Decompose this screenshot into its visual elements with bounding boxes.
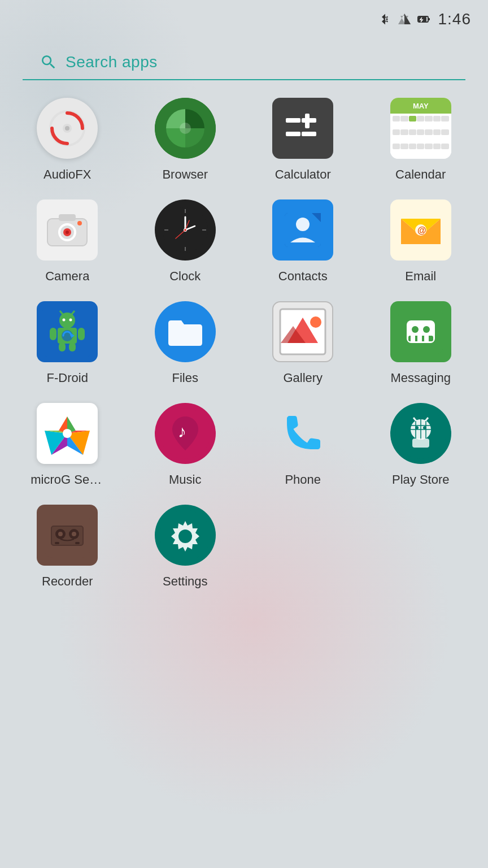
calculator-label: Calculator — [275, 167, 331, 182]
svg-rect-88 — [75, 542, 80, 544]
playstore-label: Play Store — [392, 472, 450, 487]
files-label: Files — [172, 371, 198, 385]
svg-text:♪: ♪ — [178, 422, 186, 441]
app-item-fdroid[interactable]: F-Droid — [11, 301, 124, 385]
fdroid-label: F-Droid — [47, 371, 88, 385]
svg-point-6 — [65, 126, 69, 131]
svg-point-78 — [423, 426, 426, 429]
app-item-recorder[interactable]: Recorder — [11, 504, 124, 589]
files-icon — [154, 301, 216, 363]
camera-label: Camera — [45, 269, 89, 284]
status-bar: 1:46 — [0, 0, 488, 34]
svg-rect-2 — [428, 18, 430, 20]
svg-rect-9 — [286, 118, 300, 123]
svg-marker-0 — [404, 14, 411, 24]
recorder-icon — [36, 504, 98, 566]
app-item-music[interactable]: ♪ Music — [129, 402, 242, 487]
svg-rect-87 — [55, 542, 59, 544]
svg-point-58 — [412, 326, 419, 333]
audiofx-label: AudioFX — [43, 167, 91, 182]
messaging-icon — [390, 301, 452, 363]
svg-text:@: @ — [417, 225, 426, 235]
svg-point-42 — [63, 319, 66, 322]
status-icons — [378, 12, 430, 26]
phone-label: Phone — [285, 472, 321, 487]
svg-point-84 — [58, 532, 63, 536]
app-item-microg[interactable]: microG Sett... — [11, 402, 124, 487]
app-item-browser[interactable]: Browser — [129, 97, 242, 182]
audiofx-icon — [36, 97, 98, 159]
calendar-label: Calendar — [395, 167, 446, 182]
svg-point-32 — [184, 229, 186, 231]
svg-rect-13 — [302, 132, 316, 136]
clock-icon — [154, 199, 216, 261]
svg-point-86 — [72, 532, 76, 536]
playstore-icon — [390, 402, 452, 465]
search-bar[interactable]: Search apps — [23, 45, 465, 80]
app-item-messaging[interactable]: Messaging — [365, 301, 477, 385]
svg-point-39 — [59, 313, 75, 328]
svg-point-8 — [180, 123, 191, 134]
contacts-icon — [272, 199, 334, 261]
svg-rect-47 — [59, 342, 66, 351]
app-item-calendar[interactable]: MAY — [365, 97, 477, 182]
svg-point-65 — [63, 429, 72, 438]
phone-icon — [272, 402, 334, 465]
app-item-camera[interactable]: Camera — [11, 199, 124, 284]
app-item-audiofx[interactable]: AudioFX — [11, 97, 124, 182]
app-item-files[interactable]: Files — [129, 301, 242, 385]
clock-label: Clock — [169, 269, 201, 284]
svg-rect-45 — [50, 328, 56, 340]
svg-rect-11 — [302, 118, 316, 123]
settings-icon — [154, 504, 216, 566]
gallery-label: Gallery — [283, 371, 323, 385]
music-label: Music — [169, 472, 201, 487]
search-icon — [40, 53, 58, 71]
svg-point-59 — [423, 326, 430, 333]
app-item-contacts[interactable]: Contacts — [247, 199, 359, 284]
app-grid: AudioFX Browser — [0, 80, 488, 606]
microg-label: microG Sett... — [30, 472, 104, 487]
svg-point-35 — [296, 218, 310, 231]
svg-rect-3 — [419, 17, 426, 21]
svg-rect-62 — [417, 336, 422, 341]
microg-icon — [36, 402, 98, 465]
svg-point-77 — [415, 426, 419, 429]
search-placeholder: Search apps — [66, 53, 158, 71]
svg-point-20 — [66, 231, 69, 234]
app-item-gallery[interactable]: Gallery — [247, 301, 359, 385]
svg-point-21 — [77, 221, 82, 225]
svg-point-55 — [310, 316, 321, 328]
app-item-phone[interactable]: Phone — [247, 402, 359, 487]
app-item-calculator[interactable]: Calculator — [247, 97, 359, 182]
svg-point-90 — [178, 530, 192, 543]
svg-point-43 — [69, 319, 72, 322]
music-icon: ♪ — [154, 402, 216, 465]
calendar-icon: MAY — [390, 97, 452, 159]
app-item-email[interactable]: @ Email — [365, 199, 477, 284]
search-container[interactable]: Search apps — [0, 34, 488, 80]
svg-rect-79 — [412, 439, 429, 448]
email-icon: @ — [390, 199, 452, 261]
app-item-clock[interactable]: Clock — [129, 199, 242, 284]
status-time: 1:46 — [438, 10, 472, 28]
fdroid-icon — [36, 301, 98, 363]
bluetooth-icon — [378, 12, 392, 26]
svg-rect-46 — [78, 328, 85, 340]
svg-rect-63 — [424, 336, 429, 341]
app-item-playstore[interactable]: Play Store — [365, 402, 477, 487]
browser-label: Browser — [162, 167, 208, 182]
contacts-label: Contacts — [278, 269, 328, 284]
app-item-settings[interactable]: Settings — [129, 504, 242, 589]
recorder-label: Recorder — [42, 574, 93, 589]
svg-rect-48 — [69, 342, 76, 351]
email-label: Email — [405, 269, 436, 284]
svg-rect-16 — [59, 214, 76, 221]
browser-icon — [154, 97, 216, 159]
messaging-label: Messaging — [391, 371, 451, 385]
battery-icon — [417, 12, 430, 26]
camera-icon — [36, 199, 98, 261]
gallery-icon — [272, 301, 334, 363]
svg-rect-61 — [411, 336, 415, 341]
signal-icon — [398, 12, 411, 26]
